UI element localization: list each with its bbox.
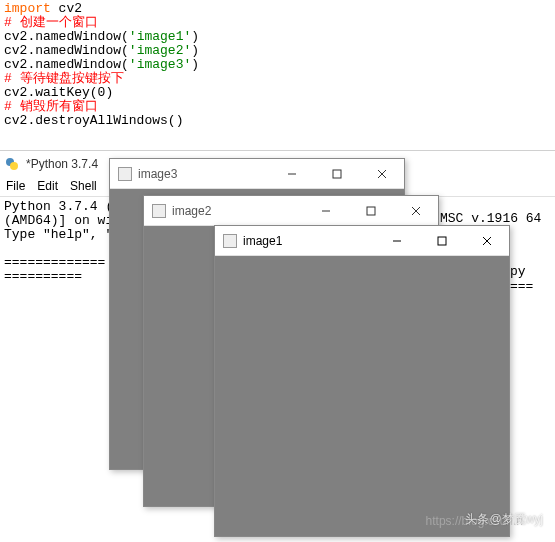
maximize-button[interactable] [314, 159, 359, 188]
titlebar-image3[interactable]: image3 [110, 159, 404, 189]
svg-point-1 [10, 162, 18, 170]
window-content [215, 256, 509, 536]
close-button[interactable] [464, 226, 509, 255]
python-icon [4, 156, 20, 172]
menu-shell[interactable]: Shell [70, 179, 97, 193]
module-name: cv2 [51, 1, 82, 16]
window-icon [223, 234, 237, 248]
code-comment: # 等待键盘按键按下 [4, 72, 555, 86]
keyword-import: import [4, 1, 51, 16]
shell-output-right2: py === [510, 264, 555, 294]
string-literal: 'image3' [129, 57, 191, 72]
minimize-button[interactable] [303, 196, 348, 225]
window-icon [152, 204, 166, 218]
minimize-button[interactable] [269, 159, 314, 188]
close-button[interactable] [393, 196, 438, 225]
titlebar-image2[interactable]: image2 [144, 196, 438, 226]
code-line: cv2.namedWindow('image1') [4, 30, 555, 44]
minimize-button[interactable] [374, 226, 419, 255]
window-title: image1 [243, 234, 282, 248]
window-title: image3 [138, 167, 177, 181]
code-line: cv2.destroyAllWindows() [4, 114, 555, 128]
window-image1[interactable]: image1 [214, 225, 510, 537]
code-line: import cv2 [4, 2, 555, 16]
titlebar-image1[interactable]: image1 [215, 226, 509, 256]
window-title: image2 [172, 204, 211, 218]
code-editor: import cv2 # 创建一个窗口 cv2.namedWindow('ima… [0, 0, 555, 150]
string-literal: 'image2' [129, 43, 191, 58]
maximize-button[interactable] [419, 226, 464, 255]
menu-edit[interactable]: Edit [37, 179, 58, 193]
menu-file[interactable]: File [6, 179, 25, 193]
code-comment: # 创建一个窗口 [4, 16, 555, 30]
code-line: cv2.namedWindow('image2') [4, 44, 555, 58]
svg-rect-7 [367, 207, 375, 215]
shell-title: *Python 3.7.4 [26, 157, 98, 171]
window-icon [118, 167, 132, 181]
code-comment: # 销毁所有窗口 [4, 100, 555, 114]
code-line: cv2.namedWindow('image3') [4, 58, 555, 72]
watermark: 头条@梦魇wyj [465, 511, 543, 528]
maximize-button[interactable] [348, 196, 393, 225]
svg-rect-3 [333, 170, 341, 178]
code-line: cv2.waitKey(0) [4, 86, 555, 100]
close-button[interactable] [359, 159, 404, 188]
svg-rect-11 [438, 237, 446, 245]
string-literal: 'image1' [129, 29, 191, 44]
